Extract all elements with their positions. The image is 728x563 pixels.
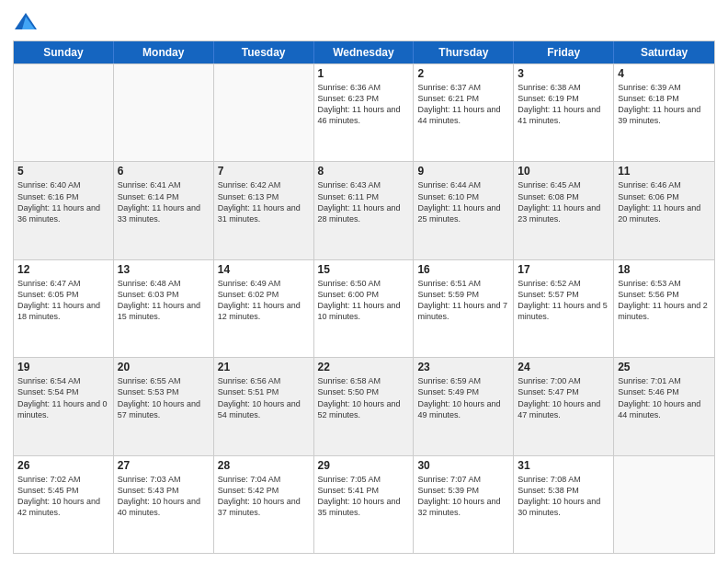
cell-info: Sunrise: 7:01 AM Sunset: 5:46 PM Dayligh…: [618, 375, 711, 420]
cell-info: Sunrise: 6:49 AM Sunset: 6:02 PM Dayligh…: [218, 278, 310, 323]
header-day-thursday: Thursday: [414, 41, 514, 63]
day-number: 23: [417, 361, 509, 373]
calendar-cell: 9Sunrise: 6:44 AM Sunset: 6:10 PM Daylig…: [414, 162, 514, 259]
calendar-cell: 30Sunrise: 7:07 AM Sunset: 5:39 PM Dayli…: [414, 456, 514, 553]
calendar-cell: 12Sunrise: 6:47 AM Sunset: 6:05 PM Dayli…: [14, 260, 114, 357]
day-number: 28: [218, 459, 310, 472]
calendar-body: 1Sunrise: 6:36 AM Sunset: 6:23 PM Daylig…: [14, 63, 714, 553]
calendar-cell: 26Sunrise: 7:02 AM Sunset: 5:45 PM Dayli…: [14, 456, 114, 553]
day-number: 17: [518, 263, 609, 276]
calendar-cell: 10Sunrise: 6:45 AM Sunset: 6:08 PM Dayli…: [514, 162, 614, 259]
calendar-cell: 1Sunrise: 6:36 AM Sunset: 6:23 PM Daylig…: [314, 64, 415, 161]
calendar-cell: 4Sunrise: 6:39 AM Sunset: 6:18 PM Daylig…: [614, 64, 714, 161]
cell-info: Sunrise: 6:56 AM Sunset: 5:51 PM Dayligh…: [218, 375, 310, 420]
calendar-cell: 31Sunrise: 7:08 AM Sunset: 5:38 PM Dayli…: [514, 456, 614, 553]
cell-info: Sunrise: 7:08 AM Sunset: 5:38 PM Dayligh…: [518, 474, 609, 519]
day-number: 15: [318, 263, 410, 276]
day-number: 27: [118, 459, 210, 472]
cell-info: Sunrise: 6:41 AM Sunset: 6:14 PM Dayligh…: [118, 179, 210, 224]
day-number: 9: [417, 165, 509, 178]
calendar-cell: 23Sunrise: 6:59 AM Sunset: 5:49 PM Dayli…: [414, 358, 514, 454]
calendar-cell: [114, 64, 214, 161]
calendar-row-0: 1Sunrise: 6:36 AM Sunset: 6:23 PM Daylig…: [14, 63, 714, 161]
cell-info: Sunrise: 7:05 AM Sunset: 5:41 PM Dayligh…: [318, 474, 410, 519]
calendar-cell: 18Sunrise: 6:53 AM Sunset: 5:56 PM Dayli…: [614, 260, 714, 357]
calendar-cell: 17Sunrise: 6:52 AM Sunset: 5:57 PM Dayli…: [514, 260, 614, 357]
calendar-cell: 8Sunrise: 6:43 AM Sunset: 6:11 PM Daylig…: [314, 162, 415, 259]
header-day-monday: Monday: [114, 41, 214, 63]
calendar-cell: 24Sunrise: 7:00 AM Sunset: 5:47 PM Dayli…: [514, 358, 614, 454]
calendar-cell: 16Sunrise: 6:51 AM Sunset: 5:59 PM Dayli…: [414, 260, 514, 357]
header: [13, 9, 715, 35]
cell-info: Sunrise: 7:07 AM Sunset: 5:39 PM Dayligh…: [417, 474, 509, 519]
day-number: 31: [518, 459, 609, 472]
day-number: 18: [618, 263, 711, 276]
calendar-cell: [214, 64, 314, 161]
day-number: 6: [118, 165, 210, 178]
logo-icon: [13, 9, 39, 35]
cell-info: Sunrise: 6:53 AM Sunset: 5:56 PM Dayligh…: [618, 278, 711, 323]
calendar-cell: 14Sunrise: 6:49 AM Sunset: 6:02 PM Dayli…: [214, 260, 314, 357]
cell-info: Sunrise: 6:46 AM Sunset: 6:06 PM Dayligh…: [618, 179, 711, 224]
logo: [13, 9, 42, 35]
cell-info: Sunrise: 6:39 AM Sunset: 6:18 PM Dayligh…: [618, 82, 711, 127]
calendar-cell: 20Sunrise: 6:55 AM Sunset: 5:53 PM Dayli…: [114, 358, 214, 454]
day-number: 24: [518, 361, 609, 373]
day-number: 25: [618, 361, 711, 373]
header-day-wednesday: Wednesday: [314, 41, 415, 63]
calendar-cell: 22Sunrise: 6:58 AM Sunset: 5:50 PM Dayli…: [314, 358, 415, 454]
day-number: 12: [17, 263, 109, 276]
calendar-cell: 5Sunrise: 6:40 AM Sunset: 6:16 PM Daylig…: [14, 162, 114, 259]
calendar-cell: [14, 64, 114, 161]
calendar-cell: 29Sunrise: 7:05 AM Sunset: 5:41 PM Dayli…: [314, 456, 415, 553]
day-number: 4: [618, 67, 711, 80]
header-day-friday: Friday: [514, 41, 614, 63]
day-number: 20: [118, 361, 210, 373]
cell-info: Sunrise: 6:48 AM Sunset: 6:03 PM Dayligh…: [118, 278, 210, 323]
header-day-saturday: Saturday: [614, 41, 714, 63]
calendar-cell: 27Sunrise: 7:03 AM Sunset: 5:43 PM Dayli…: [114, 456, 214, 553]
cell-info: Sunrise: 7:00 AM Sunset: 5:47 PM Dayligh…: [518, 375, 609, 420]
calendar-cell: 7Sunrise: 6:42 AM Sunset: 6:13 PM Daylig…: [214, 162, 314, 259]
calendar-row-1: 5Sunrise: 6:40 AM Sunset: 6:16 PM Daylig…: [14, 161, 714, 259]
day-number: 1: [318, 67, 410, 80]
cell-info: Sunrise: 6:59 AM Sunset: 5:49 PM Dayligh…: [417, 375, 509, 420]
cell-info: Sunrise: 6:45 AM Sunset: 6:08 PM Dayligh…: [518, 179, 609, 224]
calendar-row-3: 19Sunrise: 6:54 AM Sunset: 5:54 PM Dayli…: [14, 357, 714, 454]
day-number: 29: [318, 459, 410, 472]
calendar-cell: 19Sunrise: 6:54 AM Sunset: 5:54 PM Dayli…: [14, 358, 114, 454]
day-number: 16: [417, 263, 509, 276]
day-number: 22: [318, 361, 410, 373]
day-number: 2: [417, 67, 509, 80]
cell-info: Sunrise: 6:50 AM Sunset: 6:00 PM Dayligh…: [318, 278, 410, 323]
cell-info: Sunrise: 6:54 AM Sunset: 5:54 PM Dayligh…: [17, 375, 109, 420]
day-number: 8: [318, 165, 410, 178]
cell-info: Sunrise: 6:38 AM Sunset: 6:19 PM Dayligh…: [518, 82, 609, 127]
day-number: 26: [17, 459, 109, 472]
calendar-cell: 28Sunrise: 7:04 AM Sunset: 5:42 PM Dayli…: [214, 456, 314, 553]
calendar-row-4: 26Sunrise: 7:02 AM Sunset: 5:45 PM Dayli…: [14, 455, 714, 553]
calendar-cell: 3Sunrise: 6:38 AM Sunset: 6:19 PM Daylig…: [514, 64, 614, 161]
calendar-cell: 6Sunrise: 6:41 AM Sunset: 6:14 PM Daylig…: [114, 162, 214, 259]
cell-info: Sunrise: 6:44 AM Sunset: 6:10 PM Dayligh…: [417, 179, 509, 224]
cell-info: Sunrise: 7:03 AM Sunset: 5:43 PM Dayligh…: [118, 474, 210, 519]
cell-info: Sunrise: 6:52 AM Sunset: 5:57 PM Dayligh…: [518, 278, 609, 323]
day-number: 3: [518, 67, 609, 80]
cell-info: Sunrise: 6:47 AM Sunset: 6:05 PM Dayligh…: [17, 278, 109, 323]
day-number: 19: [17, 361, 109, 373]
cell-info: Sunrise: 6:40 AM Sunset: 6:16 PM Dayligh…: [17, 179, 109, 224]
calendar-cell: 13Sunrise: 6:48 AM Sunset: 6:03 PM Dayli…: [114, 260, 214, 357]
day-number: 7: [218, 165, 310, 178]
header-day-tuesday: Tuesday: [214, 41, 314, 63]
day-number: 13: [118, 263, 210, 276]
calendar-cell: 15Sunrise: 6:50 AM Sunset: 6:00 PM Dayli…: [314, 260, 415, 357]
calendar-cell: 25Sunrise: 7:01 AM Sunset: 5:46 PM Dayli…: [614, 358, 714, 454]
day-number: 10: [518, 165, 609, 178]
cell-info: Sunrise: 7:02 AM Sunset: 5:45 PM Dayligh…: [17, 474, 109, 519]
cell-info: Sunrise: 6:42 AM Sunset: 6:13 PM Dayligh…: [218, 179, 310, 224]
day-number: 14: [218, 263, 310, 276]
cell-info: Sunrise: 6:37 AM Sunset: 6:21 PM Dayligh…: [417, 82, 509, 127]
calendar-header: SundayMondayTuesdayWednesdayThursdayFrid…: [14, 41, 714, 63]
day-number: 11: [618, 165, 711, 178]
header-day-sunday: Sunday: [14, 41, 114, 63]
